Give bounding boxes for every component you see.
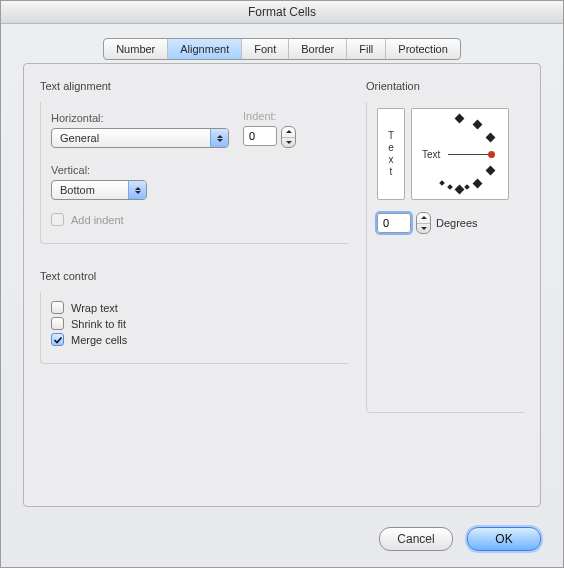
shrink-to-fit-checkbox[interactable] bbox=[51, 317, 64, 330]
select-arrows-icon bbox=[210, 129, 228, 147]
orientation-pointer-icon bbox=[488, 151, 495, 158]
shrink-to-fit-row[interactable]: Shrink to fit bbox=[51, 317, 348, 330]
degrees-input[interactable] bbox=[377, 213, 411, 233]
orientation-title: Orientation bbox=[366, 80, 524, 92]
format-cells-dialog: Format Cells NumberAlignmentFontBorderFi… bbox=[0, 0, 564, 568]
merge-cells-checkbox[interactable] bbox=[51, 333, 64, 346]
orientation-dial-label: Text bbox=[422, 149, 440, 160]
checkmark-icon bbox=[53, 335, 63, 345]
text-control-group: Text control Wrap text Shrink to fit bbox=[40, 270, 348, 364]
orientation-dial[interactable]: Text bbox=[411, 108, 509, 200]
dialog-title: Format Cells bbox=[1, 1, 563, 24]
stepper-up-icon bbox=[417, 213, 430, 224]
horizontal-label: Horizontal: bbox=[51, 112, 231, 124]
degrees-label: Degrees bbox=[436, 217, 478, 229]
orientation-group: Orientation Text bbox=[366, 80, 524, 413]
stepper-down-icon bbox=[417, 224, 430, 234]
add-indent-label: Add indent bbox=[71, 214, 124, 226]
shrink-to-fit-label: Shrink to fit bbox=[71, 318, 126, 330]
wrap-text-label: Wrap text bbox=[71, 302, 118, 314]
tab-fill[interactable]: Fill bbox=[347, 39, 386, 59]
text-control-title: Text control bbox=[40, 270, 348, 282]
text-alignment-group: Text alignment Horizontal: General bbox=[40, 80, 348, 244]
select-arrows-icon bbox=[128, 181, 146, 199]
tab-font[interactable]: Font bbox=[242, 39, 289, 59]
indent-stepper[interactable] bbox=[281, 126, 296, 148]
indent-label: Indent: bbox=[243, 110, 296, 122]
merge-cells-row[interactable]: Merge cells bbox=[51, 333, 348, 346]
horizontal-value: General bbox=[52, 132, 210, 144]
vertical-select[interactable]: Bottom bbox=[51, 180, 147, 200]
text-alignment-title: Text alignment bbox=[40, 80, 348, 92]
stepper-up-icon bbox=[282, 127, 295, 138]
orientation-vertical-text[interactable]: Text bbox=[377, 108, 405, 200]
dialog-footer: Cancel OK bbox=[379, 527, 541, 551]
tab-alignment[interactable]: Alignment bbox=[168, 39, 242, 59]
vertical-value: Bottom bbox=[52, 184, 128, 196]
orientation-needle bbox=[448, 154, 490, 155]
stepper-down-icon bbox=[282, 138, 295, 148]
tab-border[interactable]: Border bbox=[289, 39, 347, 59]
ok-button[interactable]: OK bbox=[467, 527, 541, 551]
wrap-text-checkbox[interactable] bbox=[51, 301, 64, 314]
merge-cells-label: Merge cells bbox=[71, 334, 127, 346]
tab-protection[interactable]: Protection bbox=[386, 39, 460, 59]
cancel-button[interactable]: Cancel bbox=[379, 527, 453, 551]
indent-input[interactable] bbox=[243, 126, 277, 146]
add-indent-checkbox bbox=[51, 213, 64, 226]
add-indent-row: Add indent bbox=[51, 213, 348, 226]
content-panel: Text alignment Horizontal: General bbox=[23, 63, 541, 507]
degrees-stepper[interactable] bbox=[416, 212, 431, 234]
tab-number[interactable]: Number bbox=[104, 39, 168, 59]
horizontal-select[interactable]: General bbox=[51, 128, 229, 148]
vertical-label: Vertical: bbox=[51, 164, 348, 176]
tab-bar: NumberAlignmentFontBorderFillProtection bbox=[1, 38, 563, 60]
wrap-text-row[interactable]: Wrap text bbox=[51, 301, 348, 314]
